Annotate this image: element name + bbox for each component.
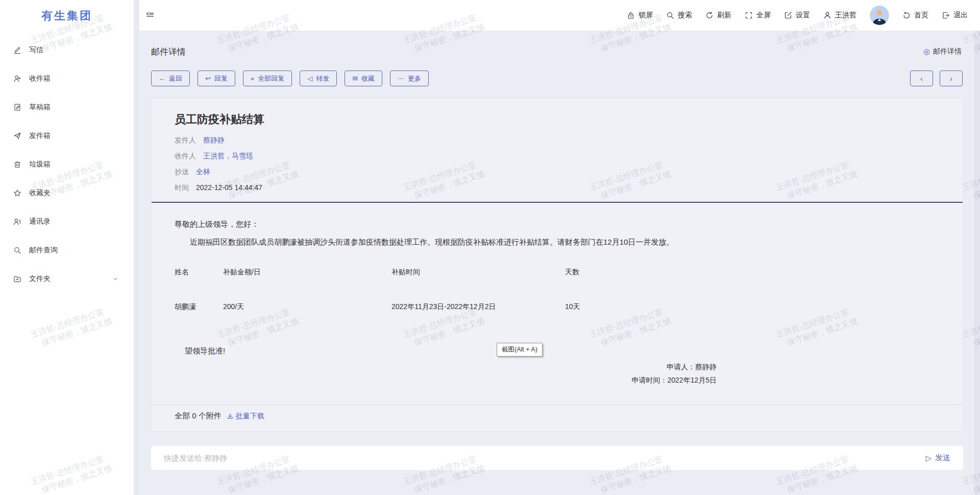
apply-time-value: 2022年12月5日 [667,376,717,384]
mail-pager: ‹ › [910,70,963,86]
back-button[interactable]: ← 返回 [151,70,190,86]
mail-detail-card: 员工防疫补贴结算 发件人 蔡静静 收件人 王洪哲，马雪瑶 抄送 全林 时间 20… [151,98,963,432]
send-label: 发送 [935,453,950,463]
location-pin-icon: ◎ [923,47,930,56]
applicant-value: 蔡静静 [695,363,717,371]
quick-send-input[interactable] [164,454,925,462]
sidebar-item-sent[interactable]: 发件箱 [0,122,134,150]
favorite-button[interactable]: ✉ 收藏 [345,70,382,86]
sidebar-item-folders[interactable]: 文件夹 [0,265,134,293]
breadcrumb: ◎ 邮件详情 [923,47,962,56]
sidebar-item-label: 通讯录 [29,217,51,226]
forward-button[interactable]: ◁ 转发 [300,70,337,86]
refresh-label: 刷新 [717,11,731,20]
batch-download-label: 批量下载 [236,412,264,421]
sidebar-item-inbox[interactable]: 收件箱 [0,64,134,93]
time-label: 时间 [175,182,189,193]
next-mail-button[interactable]: › [940,70,963,86]
folder-icon [13,275,21,283]
sidebar: 有生集团 写信 收件箱 草稿箱 发件箱 [0,0,134,495]
sidebar-item-contacts[interactable]: 通讯录 [0,207,134,236]
lock-icon [627,11,635,19]
fullscreen-button[interactable]: 全屏 [745,11,771,20]
contacts-icon [13,218,21,226]
apply-time-label: 申请时间： [631,376,667,384]
sidebar-item-compose[interactable]: 写信 [0,36,134,64]
scrollbar-track[interactable] [974,31,980,495]
lock-screen-label: 锁屏 [639,11,653,20]
send-triangle-icon: ▷ [925,454,932,463]
search-button[interactable]: 搜索 [666,11,692,20]
sidebar-item-label: 草稿箱 [29,103,51,112]
fullscreen-icon [745,11,753,19]
sidebar-divider [134,0,139,495]
double-arrow-icon: « [251,75,254,82]
mail-toolbar: ← 返回 ↩ 回复 « 全部回复 ◁ 转发 ✉ 收藏 ⋯ 更多 [151,70,429,86]
refresh-icon [705,11,714,19]
from-label: 发件人 [175,134,196,146]
send-button[interactable]: ▷ 发送 [925,453,950,463]
paper-plane-icon [13,132,21,140]
quick-send-bar: ▷ 发送 [151,446,963,470]
table-header-period: 补贴时间 [391,268,565,277]
table-cell-name: 胡鹏濠 [175,302,223,312]
mail-header: 员工防疫补贴结算 发件人 蔡静静 收件人 王洪哲，马雪瑶 抄送 全林 时间 20… [152,99,963,198]
closing-text: 望领导批准! [175,346,717,356]
search-icon [13,246,21,254]
cc-label: 抄送 [175,166,189,177]
settings-label: 设置 [796,11,810,20]
search-icon [666,11,674,19]
body-paragraph: 近期福田区数据团队成员胡鹏濠被抽调沙头街道参加疫情数据处理工作。现根据防疫补贴标… [175,237,717,247]
more-button[interactable]: ⋯ 更多 [390,70,429,86]
main-content: 邮件详情 ◎ 邮件详情 ← 返回 ↩ 回复 « 全部回复 ◁ 转发 ✉ 收藏 ⋯… [139,31,980,495]
home-button[interactable]: 首页 [902,11,928,20]
mail-subject: 员工防疫补贴结算 [175,112,940,127]
person-icon [823,11,831,19]
back-label: 返回 [169,74,182,83]
avatar[interactable] [870,6,889,25]
topbar-actions: 锁屏 搜索 刷新 全屏 设置 [627,0,968,31]
home-label: 首页 [914,11,928,20]
sidebar-item-label: 邮件查询 [29,246,58,255]
applicant-block: 申请人：蔡静静 申请时间：2022年12月5日 [175,360,717,387]
attachments-bar: 全部 0 个附件 批量下载 [152,405,963,431]
trash-icon [13,160,21,169]
prev-mail-button[interactable]: ‹ [910,70,933,86]
sidebar-item-label: 写信 [29,45,43,55]
subsidy-table: 姓名 补贴金额/日 补贴时间 天数 胡鹏濠 200/天 2022年11月23日-… [175,268,717,312]
cc-value[interactable]: 全林 [196,166,210,177]
ellipsis-icon: ⋯ [398,75,404,82]
mail-meta: 发件人 蔡静静 收件人 王洪哲，马雪瑶 抄送 全林 时间 2022-12-05 … [175,134,940,193]
meta-cc: 抄送 全林 [175,166,940,177]
forward-label: 转发 [316,74,329,83]
user-menu[interactable]: 王洪哲 [823,11,856,20]
sidebar-item-trash[interactable]: 垃圾箱 [0,150,134,179]
chevron-down-icon[interactable] [112,276,118,282]
sidebar-item-mail-search[interactable]: 邮件查询 [0,236,134,265]
sidebar-item-label: 文件夹 [29,274,51,284]
from-value[interactable]: 蔡静静 [203,134,225,146]
refresh-button[interactable]: 刷新 [705,11,731,20]
reply-button[interactable]: ↩ 回复 [198,70,235,86]
logout-button[interactable]: 退出 [942,11,968,20]
star-icon [13,189,21,197]
username-label: 王洪哲 [835,11,856,20]
table-header-amount: 补贴金额/日 [223,268,391,277]
to-value[interactable]: 王洪哲，马雪瑶 [203,150,253,161]
batch-download-link[interactable]: 批量下载 [227,412,264,421]
reply-all-button[interactable]: « 全部回复 [243,70,292,86]
greeting-text: 尊敬的上级领导，您好： [175,220,717,229]
more-label: 更多 [408,74,421,83]
arrow-left-icon: ← [159,75,165,82]
logout-label: 退出 [953,11,968,20]
sidebar-menu: 写信 收件箱 草稿箱 发件箱 垃圾箱 [0,36,134,293]
settings-button[interactable]: 设置 [784,11,810,20]
edit-square-icon [784,11,792,19]
sidebar-item-drafts[interactable]: 草稿箱 [0,93,134,122]
page-title: 邮件详情 [151,46,186,58]
collapse-menu-icon[interactable] [145,9,158,22]
lock-screen-button[interactable]: 锁屏 [627,11,653,20]
sidebar-item-favorites[interactable]: 收藏夹 [0,179,134,207]
meta-time: 时间 2022-12-05 14:44:47 [175,182,940,193]
sidebar-item-label: 发件箱 [29,131,51,140]
